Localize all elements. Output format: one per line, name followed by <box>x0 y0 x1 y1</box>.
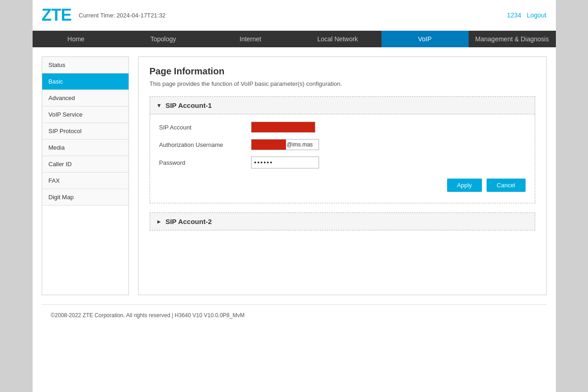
sip-account-2-title: SIP Account-2 <box>165 218 212 225</box>
sip-account-2-header[interactable]: ► SIP Account-2 <box>150 213 535 230</box>
sidebar-item-fax[interactable]: FAX <box>42 173 129 189</box>
sidebar-item-advanced[interactable]: Advanced <box>42 90 129 106</box>
sip-account-input[interactable] <box>251 122 315 133</box>
sip-account-1-body: SIP Account Authorization Username @ims.… <box>150 114 535 203</box>
current-time: Current Time: 2024-04-17T21:32 <box>79 12 166 19</box>
page-description: This page provides the function of VoIP … <box>150 80 535 87</box>
main-nav: Home Topology Internet Local Network VoI… <box>33 31 556 47</box>
form-actions: Apply Cancel <box>159 175 526 196</box>
sidebar-item-status[interactable]: Status <box>42 57 129 73</box>
nav-management[interactable]: Management & Diagnosis <box>469 31 556 47</box>
sip-account-label: SIP Account <box>159 124 251 131</box>
current-time-value: 2024-04-17T21:32 <box>117 12 166 19</box>
sidebar-item-caller-id[interactable]: Caller ID <box>42 156 129 173</box>
cancel-button[interactable]: Cancel <box>487 179 525 192</box>
main-content: Page Information This page provides the … <box>138 56 547 295</box>
sidebar-item-media[interactable]: Media <box>42 140 129 156</box>
sip-account-2-section: ► SIP Account-2 <box>150 213 535 230</box>
sidebar-item-basic[interactable]: Basic <box>42 73 129 90</box>
apply-button[interactable]: Apply <box>447 179 482 192</box>
sidebar-item-sip-protocol[interactable]: SIP Protocol <box>42 123 129 140</box>
auth-username-row: Authorization Username @ims.mas <box>159 139 526 150</box>
footer: ©2008-2022 ZTE Corporation. All rights r… <box>42 304 547 326</box>
sidebar-item-digit-map[interactable]: Digit Map <box>42 189 129 206</box>
sidebar-item-voip-service[interactable]: VoIP Service <box>42 106 129 123</box>
current-time-label: Current Time: <box>79 12 115 19</box>
user-id: 1234 <box>507 11 521 19</box>
nav-voip[interactable]: VoIP <box>381 31 469 47</box>
sip-account-1-title: SIP Account-1 <box>165 101 212 109</box>
auth-username-redacted <box>252 140 286 150</box>
sip-account-1-section: ▼ SIP Account-1 SIP Account Authorizatio… <box>150 96 535 203</box>
nav-topology[interactable]: Topology <box>120 31 207 47</box>
sidebar: Status Basic Advanced VoIP Service SIP P… <box>42 56 129 295</box>
password-label: Password <box>159 159 251 166</box>
nav-local-network[interactable]: Local Network <box>294 31 381 47</box>
sip-account-1-arrow: ▼ <box>157 102 162 109</box>
nav-home[interactable]: Home <box>33 31 120 47</box>
auth-username-suffix: @ims.mas <box>286 141 313 148</box>
sip-account-row: SIP Account <box>159 122 526 133</box>
page-title: Page Information <box>150 66 535 77</box>
auth-username-label: Authorization Username <box>159 141 251 148</box>
sip-account-1-header[interactable]: ▼ SIP Account-1 <box>150 97 535 114</box>
auth-username-input[interactable]: @ims.mas <box>251 139 319 150</box>
password-input[interactable] <box>251 157 319 168</box>
zte-logo: ZTE <box>42 6 72 25</box>
password-row: Password <box>159 157 526 168</box>
nav-internet[interactable]: Internet <box>207 31 294 47</box>
sip-account-2-arrow: ► <box>157 218 162 225</box>
footer-text: ©2008-2022 ZTE Corporation. All rights r… <box>51 312 245 319</box>
logout-link[interactable]: Logout <box>527 11 547 19</box>
